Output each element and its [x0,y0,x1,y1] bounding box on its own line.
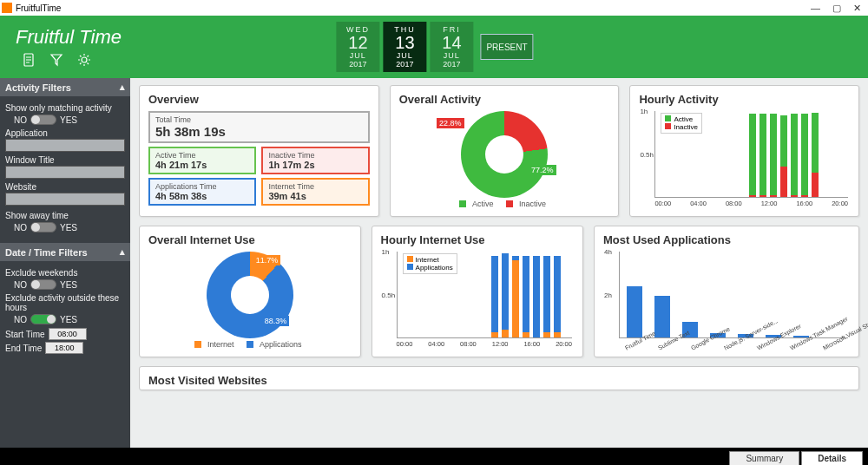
overview-title: Overview [148,93,370,106]
exclude-outside-toggle[interactable] [30,314,56,324]
start-time-input[interactable] [49,328,87,340]
overall-internet-title: Overall Internet Use [148,233,352,246]
most-sites-card: Most Visited Websites [139,366,859,390]
website-input[interactable] [5,193,125,206]
exclude-weekends-label: Exclude weekends [5,268,125,278]
active-pct-label: 77.2% [529,165,556,175]
svg-line-9 [80,56,82,57]
window-title-label: Window Title [5,155,125,165]
svg-point-4 [82,57,87,62]
end-time-label: End Time [5,344,42,353]
active-time-tile: Active Time 4h 21m 17s [148,147,256,174]
date-filters-header[interactable]: Date / Time Filters ▴ [0,243,130,261]
application-label: Application [5,128,125,138]
most-sites-title: Most Visited Websites [148,374,850,387]
overall-activity-card: Overall Activity 22.8% 77.2% Active Inac… [390,85,620,217]
activity-filters-title: Activity Filters [5,82,71,93]
overview-card: Overview Total Time 5h 38m 19s Active Ti… [139,85,379,217]
overall-internet-card: Overall Internet Use 11.7% 88.3% Interne… [139,226,361,357]
brand-title: Fruitful Time [16,26,122,49]
show-matching-label: Show only matching activity [5,103,125,113]
app-icon [2,3,12,13]
inactive-pct-label: 22.8% [437,118,464,128]
gear-icon[interactable] [76,52,92,68]
internet-time-tile: Internet Time 39m 41s [261,178,369,206]
inactive-time-tile: Inactive Time 1h 17m 2s [261,147,369,174]
svg-line-11 [80,63,82,65]
present-button[interactable]: PRESENT [480,34,533,60]
date-filters-title: Date / Time Filters [5,247,88,258]
start-time-label: Start Time [5,330,45,339]
exclude-weekends-toggle[interactable] [30,279,56,290]
apps-pct-label: 88.3% [262,316,290,326]
app-header: Fruitful Time WED 12 JUL 2017 THU 13 JUL… [0,16,868,78]
show-away-label: Show away time [5,211,125,220]
hourly-internet-card: Hourly Internet Use Internet Application… [372,226,583,357]
most-apps-card: Most Used Applications 4h 2h Fruitful Ti… [594,226,859,357]
dashboard-content: Overview Total Time 5h 38m 19s Active Ti… [130,78,868,448]
footer-bar: Summary Details [0,448,868,465]
window-title-input[interactable] [5,166,125,179]
chevron-up-icon: ▴ [120,82,125,93]
minimize-button[interactable]: — [811,3,820,14]
tab-summary[interactable]: Summary [729,451,799,465]
show-matching-toggle[interactable] [30,115,56,125]
website-label: Website [5,182,125,192]
show-away-toggle[interactable] [30,222,56,232]
date-current[interactable]: THU 13 JUL 2017 [383,22,426,72]
apps-time-tile: Applications Time 4h 58m 38s [148,178,256,206]
svg-line-10 [88,63,89,65]
hourly-internet-title: Hourly Internet Use [381,233,574,246]
date-next[interactable]: FRI 14 JUL 2017 [430,22,473,72]
most-apps-chart: 4h 2h [619,252,848,338]
window-title: FruitfulTime [16,3,61,13]
chevron-up-icon: ▴ [120,246,125,258]
window-titlebar: FruitfulTime — ▢ ✕ [0,0,868,16]
sidebar: Activity Filters ▴ Show only matching ac… [0,78,130,448]
hourly-activity-chart: Active Inactive 1h 0.5h [654,111,848,198]
internet-pct-label: 11.7% [253,255,281,265]
close-button[interactable]: ✕ [853,3,861,14]
svg-line-12 [88,56,89,57]
application-input[interactable] [5,139,125,152]
hourly-activity-card: Hourly Activity Active Inactive 1h 0.5h [629,85,859,217]
maximize-button[interactable]: ▢ [832,3,841,14]
total-time-tile: Total Time 5h 38m 19s [148,111,370,143]
hourly-internet-chart: Internet Applications 1h 0.5h [397,252,572,338]
exclude-outside-label: Exclude activity outside these hours [5,293,125,312]
end-time-input[interactable] [45,342,83,354]
activity-filters-header[interactable]: Activity Filters ▴ [0,78,130,96]
overall-activity-title: Overall Activity [399,93,610,106]
most-apps-title: Most Used Applications [603,233,850,246]
filter-icon[interactable] [49,52,64,68]
tab-details[interactable]: Details [801,451,863,465]
hourly-activity-title: Hourly Activity [639,93,850,106]
report-icon[interactable] [21,52,36,68]
overall-activity-donut [461,111,548,198]
date-picker: WED 12 JUL 2017 THU 13 JUL 2017 FRI 14 J… [334,22,533,72]
date-prev[interactable]: WED 12 JUL 2017 [336,22,379,72]
